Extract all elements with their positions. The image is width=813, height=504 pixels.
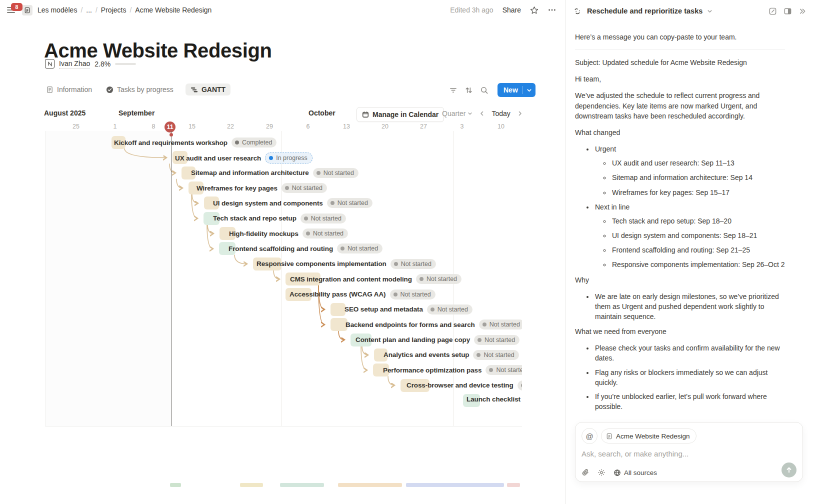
- task-row[interactable]: Backend endpoints for forms and searchNo…: [346, 320, 522, 330]
- zoom-level-label: Quarter: [442, 110, 466, 118]
- status-dot: [394, 292, 398, 296]
- task-row[interactable]: Content plan and landing page copyNot st…: [356, 335, 520, 345]
- task-row[interactable]: Accessibility pass (WCAG AA)Not started: [290, 290, 436, 300]
- task-row[interactable]: Performance optimization passNot started: [383, 365, 522, 375]
- task-row[interactable]: High-fidelity mockupsNot started: [229, 228, 348, 238]
- ai-sidebar: Reschedule and reprioritize tasks Here’s…: [566, 0, 813, 504]
- tab-information[interactable]: Information: [44, 84, 94, 96]
- sort-icon[interactable]: [464, 86, 473, 94]
- task-row[interactable]: Kickoff and requirements workshopComplet…: [114, 138, 276, 148]
- section-heading: What changed: [575, 128, 785, 138]
- next-period-chevron-icon[interactable]: [517, 110, 523, 116]
- ai-thread-title[interactable]: Reschedule and reprioritize tasks: [587, 7, 702, 15]
- gantt-board: Kickoff and requirements workshopComplet…: [45, 131, 522, 426]
- prev-period-chevron-icon[interactable]: [479, 110, 485, 116]
- task-row[interactable]: CMS integration and content modelingNot …: [290, 274, 462, 284]
- share-button[interactable]: Share: [502, 6, 521, 14]
- search-icon[interactable]: [480, 86, 488, 94]
- task-row[interactable]: Tech stack and repo setupNot started: [213, 214, 346, 224]
- task-row[interactable]: Wireframes for key pagesNot started: [196, 183, 327, 193]
- task-row[interactable]: SEO setup and metadataNot started: [344, 304, 472, 314]
- status-badge: Not started: [427, 304, 472, 314]
- more-options-icon[interactable]: [548, 6, 556, 14]
- new-button-label: New: [498, 86, 522, 94]
- breadcrumb-item[interactable]: ...: [86, 6, 92, 14]
- task-name: UI design system and components: [213, 200, 323, 207]
- progress-bar: [115, 63, 136, 65]
- task-row[interactable]: UI design system and componentsNot start…: [213, 198, 372, 208]
- top-bar-right: Edited 3h ago Share: [450, 6, 556, 14]
- thread-chevron-down-icon[interactable]: [707, 8, 712, 14]
- status-label: Not started: [426, 276, 457, 282]
- attachment-paperclip-icon[interactable]: [582, 468, 590, 476]
- dependency-edge: [192, 194, 198, 203]
- today-line-dot: [170, 133, 173, 136]
- context-page-chip[interactable]: Acme Website Redesign: [601, 428, 696, 444]
- divider: [575, 49, 785, 50]
- task-row[interactable]: Cross-browser and device testingNot star…: [406, 380, 522, 390]
- notification-badge[interactable]: 8: [11, 3, 22, 11]
- chat-input-toolbar: All sources: [582, 468, 796, 476]
- task-name: Responsive components implementation: [256, 260, 386, 268]
- gantt-bar[interactable]: [330, 303, 346, 316]
- status-dot: [489, 368, 493, 372]
- task-row[interactable]: Responsive components implementationNot …: [256, 259, 436, 269]
- collapse-double-chevron-icon[interactable]: [798, 8, 806, 15]
- task-row[interactable]: Launch checklist a: [466, 396, 522, 403]
- task-name: Cross-browser and device testing: [406, 382, 514, 389]
- favorite-star-icon[interactable]: [530, 6, 538, 14]
- mention-button[interactable]: @: [582, 428, 598, 444]
- zoom-level-select[interactable]: Quarter: [442, 110, 472, 118]
- status-badge: Not started: [282, 183, 327, 193]
- task-name: Frontend scaffolding and routing: [228, 245, 333, 252]
- send-button[interactable]: [782, 462, 796, 478]
- task-row[interactable]: UX audit and user researchIn progress: [175, 152, 312, 164]
- breadcrumb-item[interactable]: Les modèles: [38, 6, 77, 14]
- date-tick: 10: [498, 123, 504, 130]
- ai-model-icon[interactable]: [598, 468, 606, 476]
- today-button[interactable]: Today: [492, 110, 510, 118]
- manage-in-calendar-button[interactable]: Manage in Calendar: [356, 107, 444, 122]
- check-circle-icon: [106, 86, 114, 94]
- date-tick: 3: [460, 123, 464, 130]
- bullet-list: UrgentUX audit and user research: Sep 11…: [575, 144, 785, 270]
- status-badge: Not started: [416, 274, 462, 284]
- sub-bullet-item: Frontend scaffolding and routing: Sep 21…: [611, 245, 785, 255]
- all-sources-select[interactable]: All sources: [614, 469, 657, 476]
- task-name: Backend endpoints for forms and search: [346, 321, 475, 328]
- page-doc-icon: [606, 433, 612, 440]
- status-badge: In progress: [265, 152, 312, 164]
- task-name: Analytics and events setup: [384, 351, 469, 358]
- breadcrumb-item[interactable]: Acme Website Redesign: [135, 6, 212, 14]
- status-dot: [478, 338, 482, 342]
- new-dropdown-chevron-icon[interactable]: [523, 88, 536, 93]
- task-row[interactable]: Sitemap and information architectureNot …: [191, 168, 358, 178]
- new-button[interactable]: New: [498, 83, 536, 97]
- page-properties: Ivan Zhao 2.8%: [45, 59, 136, 68]
- task-row[interactable]: Frontend scaffolding and routingNot star…: [228, 244, 382, 254]
- sub-bullet-item: UI design system and components: Sep 18–…: [611, 230, 785, 240]
- status-badge: Not started: [486, 365, 522, 375]
- panel-toggle-icon[interactable]: [784, 7, 792, 16]
- dependency-edge: [362, 346, 368, 355]
- status-badge: Not started: [300, 214, 346, 224]
- chat-input[interactable]: Ask, search, or make anything...: [582, 450, 796, 458]
- sidebar-toggle-icon[interactable]: 8: [7, 5, 18, 15]
- breadcrumb-item[interactable]: Projects: [101, 6, 126, 14]
- assignee-mention[interactable]: Ivan Zhao: [59, 60, 90, 68]
- dependency-edge: [338, 330, 344, 340]
- date-tick: 20: [382, 123, 388, 130]
- status-badge: Not started: [327, 198, 372, 208]
- tab-tasks-by-progress[interactable]: Tasks by progress: [104, 84, 176, 96]
- bullet-item: UrgentUX audit and user research: Sep 11…: [594, 144, 785, 198]
- compose-icon[interactable]: [768, 7, 777, 16]
- task-row[interactable]: Analytics and events setupNot started: [384, 350, 519, 360]
- status-dot: [394, 262, 398, 266]
- tab-gantt[interactable]: GANTT: [186, 84, 230, 96]
- bullet-list: Please check your tasks and confirm avai…: [575, 343, 785, 412]
- filter-icon[interactable]: [449, 86, 458, 94]
- status-dot: [476, 353, 480, 357]
- ai-sidebar-actions: [768, 7, 806, 16]
- gantt-bar[interactable]: [330, 318, 348, 331]
- status-badge: Not started: [313, 168, 358, 178]
